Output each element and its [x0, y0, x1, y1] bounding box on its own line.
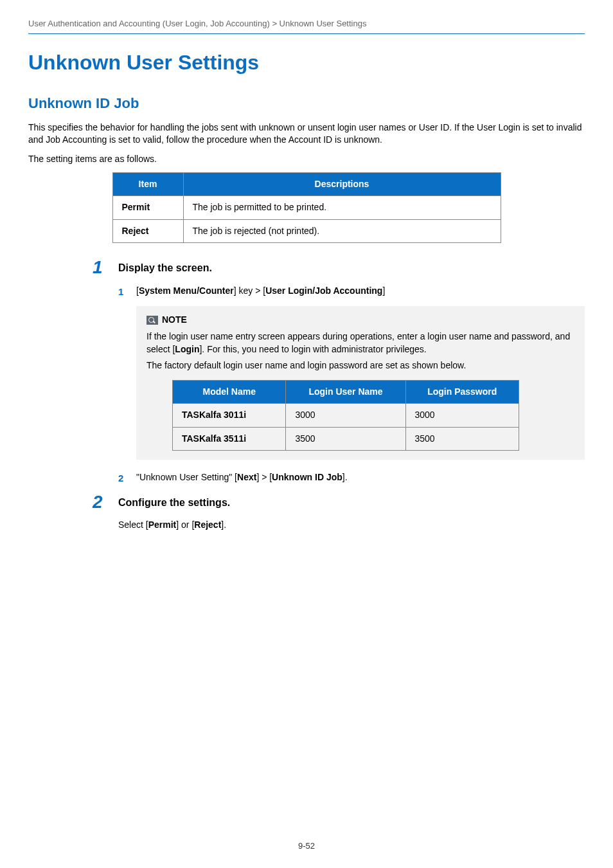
cell-item: Reject — [112, 219, 183, 243]
col-header-desc: Descriptions — [183, 172, 501, 196]
cell-desc: The job is rejected (not printed). — [183, 219, 501, 243]
intro-paragraph-1: This specifies the behavior for handling… — [28, 122, 585, 147]
substep-number: 1 — [118, 285, 123, 298]
cell-item: Permit — [112, 196, 183, 220]
table-row: Reject The job is rejected (not printed)… — [112, 219, 501, 243]
note-label: NOTE — [162, 314, 187, 327]
note-text-1: If the login user name entry screen appe… — [147, 330, 574, 356]
cell-pass: 3500 — [405, 427, 519, 451]
cell-pass: 3000 — [405, 404, 519, 428]
col-header-pass: Login Password — [405, 380, 519, 404]
intro-paragraph-2: The setting items are as follows. — [28, 153, 585, 166]
step-1: 1 Display the screen. 1 [System Menu/Cou… — [118, 261, 585, 484]
divider — [28, 33, 585, 34]
step-title: Configure the settings. — [118, 496, 585, 510]
step-text: Select [Permit] or [Reject]. — [118, 519, 585, 532]
step-2: 2 Configure the settings. Select [Permit… — [118, 496, 585, 532]
cell-model: TASKalfa 3511i — [173, 427, 286, 451]
cell-model: TASKalfa 3011i — [173, 404, 286, 428]
settings-table: Item Descriptions Permit The job is perm… — [112, 172, 501, 244]
note-box: NOTE If the login user name entry screen… — [136, 306, 585, 460]
page-number: 9-52 — [28, 840, 585, 865]
substep-text: [System Menu/Counter] key > [User Login/… — [136, 285, 385, 296]
substep-number: 2 — [118, 471, 123, 485]
page-title-h1: Unknown User Settings — [28, 48, 585, 77]
note-heading: NOTE — [147, 314, 574, 327]
substep-2: 2 "Unknown User Setting" [Next] > [Unkno… — [118, 471, 585, 484]
step-number-icon: 1 — [93, 255, 103, 280]
note-text-2: The factory default login user name and … — [147, 359, 574, 372]
breadcrumb: User Authentication and Accounting (User… — [28, 18, 585, 30]
cell-user: 3000 — [286, 404, 405, 428]
col-header-item: Item — [112, 172, 183, 196]
cell-desc: The job is permitted to be printed. — [183, 196, 501, 220]
credentials-table: Model Name Login User Name Login Passwor… — [172, 380, 519, 451]
step-title: Display the screen. — [118, 261, 585, 275]
cell-user: 3500 — [286, 427, 405, 451]
col-header-user: Login User Name — [286, 380, 405, 404]
note-icon — [147, 316, 158, 325]
table-row: TASKalfa 3511i 3500 3500 — [173, 427, 519, 451]
substep-1: 1 [System Menu/Counter] key > [User Logi… — [118, 285, 585, 460]
substep-text: "Unknown User Setting" [Next] > [Unknown… — [136, 472, 348, 482]
table-row: Permit The job is permitted to be printe… — [112, 196, 501, 220]
step-number-icon: 2 — [93, 489, 103, 514]
section-title-h2: Unknown ID Job — [28, 94, 585, 114]
table-row: TASKalfa 3011i 3000 3000 — [173, 404, 519, 428]
col-header-model: Model Name — [173, 380, 286, 404]
